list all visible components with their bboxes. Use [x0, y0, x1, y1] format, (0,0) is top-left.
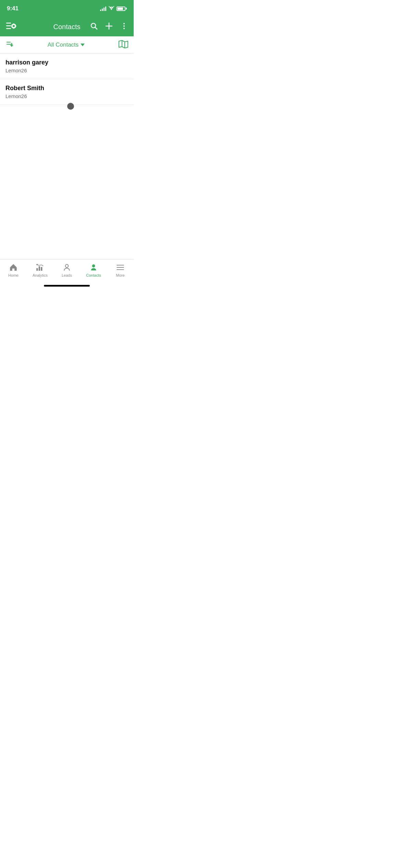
tab-home-label: Home — [8, 273, 18, 277]
page-title: Contacts — [53, 23, 81, 31]
svg-rect-2 — [6, 28, 11, 29]
settings-icon — [5, 21, 16, 31]
tab-analytics[interactable]: Analytics — [30, 263, 50, 277]
filter-label: All Contacts — [48, 41, 79, 48]
tab-leads[interactable]: Leads — [57, 263, 77, 277]
map-view-button[interactable] — [119, 40, 128, 50]
leads-icon — [62, 263, 71, 272]
settings-button[interactable] — [5, 21, 16, 32]
svg-rect-5 — [13, 23, 14, 24]
overflow-icon — [120, 22, 128, 30]
home-indicator — [44, 285, 90, 287]
tab-contacts[interactable]: Contacts — [83, 263, 104, 277]
tab-contacts-label: Contacts — [86, 273, 101, 277]
tab-leads-label: Leads — [62, 273, 72, 277]
sort-button[interactable] — [5, 40, 14, 50]
wifi-icon — [108, 6, 114, 11]
contacts-icon — [89, 263, 98, 272]
tab-more[interactable]: More — [110, 263, 131, 277]
svg-point-4 — [13, 25, 15, 27]
svg-point-30 — [65, 264, 69, 267]
svg-rect-28 — [41, 267, 42, 271]
tab-more-label: More — [116, 273, 124, 277]
overflow-menu-button[interactable] — [120, 22, 128, 32]
svg-point-18 — [123, 25, 125, 27]
tab-analytics-label: Analytics — [33, 273, 48, 277]
svg-point-17 — [123, 23, 125, 24]
svg-rect-0 — [6, 23, 11, 24]
signal-icon — [100, 6, 106, 11]
nav-bar: Contacts — [0, 17, 134, 36]
svg-line-14 — [95, 27, 97, 29]
home-icon — [9, 263, 18, 272]
filter-arrow-icon — [81, 44, 85, 46]
search-button[interactable] — [90, 22, 98, 32]
svg-rect-1 — [6, 25, 11, 26]
nav-right — [90, 22, 128, 32]
svg-rect-27 — [39, 266, 40, 271]
svg-point-19 — [123, 28, 125, 29]
svg-point-31 — [92, 264, 95, 267]
status-bar: 9:41 — [0, 0, 134, 17]
contact-item-2[interactable]: Robert Smith Lemon26 — [0, 79, 134, 105]
nav-left — [5, 21, 16, 32]
add-button[interactable] — [105, 22, 113, 32]
more-icon — [116, 263, 125, 272]
svg-rect-8 — [15, 26, 16, 26]
map-icon — [119, 40, 128, 48]
tab-home[interactable]: Home — [3, 263, 24, 277]
svg-marker-23 — [119, 40, 128, 48]
contact-company-1: Lemon26 — [5, 68, 128, 73]
svg-rect-6 — [13, 28, 14, 29]
svg-rect-7 — [11, 26, 12, 26]
contact-item-1[interactable]: harrison garey Lemon26 — [0, 53, 134, 79]
battery-icon — [117, 7, 127, 11]
filter-dropdown[interactable]: All Contacts — [48, 41, 85, 48]
contact-list: harrison garey Lemon26 Robert Smith Lemo… — [0, 53, 134, 105]
contact-company-2: Lemon26 — [5, 93, 128, 99]
contact-name-1: harrison garey — [5, 59, 128, 66]
status-time: 9:41 — [7, 5, 19, 12]
svg-rect-26 — [36, 268, 38, 271]
filter-bar: All Contacts — [0, 36, 134, 53]
contact-name-2: Robert Smith — [5, 85, 128, 92]
status-icons — [100, 6, 127, 11]
sort-icon — [5, 40, 14, 48]
analytics-icon — [36, 263, 45, 272]
add-icon — [105, 22, 113, 30]
search-icon — [90, 22, 98, 30]
